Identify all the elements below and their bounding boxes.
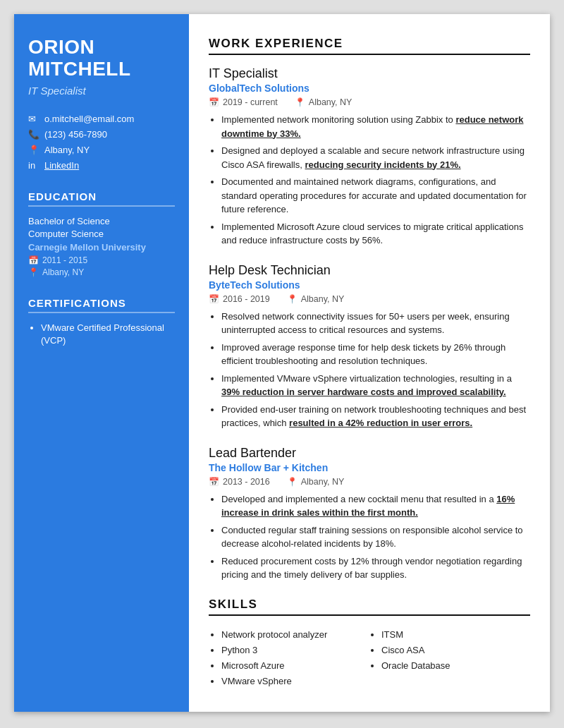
resume-container: ORION MITCHELL IT Specialist ✉ o.mitchel… xyxy=(14,14,550,712)
calendar-icon: 📅 xyxy=(209,97,219,107)
job-meta-1: 📅 2016 - 2019 📍 Albany, NY xyxy=(209,294,530,304)
job-dates-1: 📅 2016 - 2019 xyxy=(209,294,270,304)
job-company-1: ByteTech Solutions xyxy=(209,279,530,291)
skill-item-1: Python 3 xyxy=(221,643,370,658)
contact-linkedin[interactable]: in LinkedIn xyxy=(28,160,175,171)
job-2: Lead BartenderThe Hollow Bar + Kitchen 📅… xyxy=(209,446,530,582)
highlight: reducing security incidents by 21%. xyxy=(305,159,461,170)
location-icon: 📍 xyxy=(295,97,305,107)
skill-item-0: Network protocol analyzer xyxy=(221,627,370,643)
skill-item-6: Oracle Database xyxy=(381,658,530,674)
education-title: EDUCATION xyxy=(28,190,175,207)
calendar-icon: 📅 xyxy=(28,255,39,265)
bullet-2-0: Developed and implemented a new cocktail… xyxy=(221,492,530,520)
education-section: EDUCATION Bachelor of Science Computer S… xyxy=(28,190,175,277)
skills-title: SKILLS xyxy=(209,597,530,616)
job-location-0: 📍 Albany, NY xyxy=(295,97,352,107)
calendar-icon: 📅 xyxy=(209,294,219,304)
bullet-0-2: Documented and maintained network diagra… xyxy=(221,175,530,217)
job-title-0: IT Specialist xyxy=(209,66,530,81)
job-title-2: Lead Bartender xyxy=(209,446,530,461)
candidate-title: IT Specialist xyxy=(28,85,175,97)
linkedin-icon: in xyxy=(28,160,39,171)
bullet-1-2: Implemented VMware vSphere virtualizatio… xyxy=(221,372,530,399)
calendar-icon: 📅 xyxy=(209,477,219,487)
job-meta-0: 📅 2019 - current 📍 Albany, NY xyxy=(209,97,530,107)
skills-list: Network protocol analyzerPython 3Microso… xyxy=(209,627,530,689)
certifications-title: CERTIFICATIONS xyxy=(28,297,175,313)
job-company-2: The Hollow Bar + Kitchen xyxy=(209,462,530,473)
name-line1: ORION xyxy=(28,36,94,58)
highlight: 39% reduction in server hardware costs a… xyxy=(221,387,506,397)
name-line2: MITCHELL xyxy=(28,58,131,80)
bullet-1-3: Provided end-user training on network tr… xyxy=(221,403,530,430)
phone-icon: 📞 xyxy=(28,129,39,140)
skill-item-5: Cisco ASA xyxy=(381,643,530,658)
job-bullets-2: Developed and implemented a new cocktail… xyxy=(209,492,530,582)
job-dates-2: 📅 2013 - 2016 xyxy=(209,477,270,487)
bullet-1-0: Resolved network connectivity issues for… xyxy=(221,310,530,337)
candidate-name: ORION MITCHELL xyxy=(28,37,175,80)
job-dates-0: 📅 2019 - current xyxy=(209,97,278,107)
bullet-0-3: Implemented Microsoft Azure cloud servic… xyxy=(221,220,530,248)
bullet-2-2: Reduced procurement costs by 12% through… xyxy=(221,554,530,582)
highlight: resulted in a 42% reduction in user erro… xyxy=(289,418,472,428)
bullet-0-0: Implemented network monitoring solution … xyxy=(221,113,530,140)
sidebar: ORION MITCHELL IT Specialist ✉ o.mitchel… xyxy=(14,14,189,712)
email-icon: ✉ xyxy=(28,114,39,124)
job-0: IT SpecialistGlobalTech Solutions 📅 2019… xyxy=(209,66,530,248)
location-icon: 📍 xyxy=(287,477,298,487)
skills-section: SKILLS Network protocol analyzerPython 3… xyxy=(209,597,530,689)
cert-list: VMware Certified Professional (VCP) xyxy=(28,322,175,347)
edu-school: Carnegie Mellon University xyxy=(28,242,175,253)
bullet-2-1: Conducted regular staff training session… xyxy=(221,523,530,551)
edu-degree: Bachelor of Science Computer Science xyxy=(28,215,175,241)
job-1: Help Desk TechnicianByteTech Solutions 📅… xyxy=(209,263,530,430)
bullet-0-1: Designed and deployed a scalable and sec… xyxy=(221,144,530,171)
contact-list: ✉ o.mitchell@email.com 📞 (123) 456-7890 … xyxy=(28,114,175,171)
skill-item-2: Microsoft Azure xyxy=(221,658,370,674)
contact-location: 📍 Albany, NY xyxy=(28,145,175,155)
job-company-0: GlobalTech Solutions xyxy=(209,83,530,94)
location-icon: 📍 xyxy=(28,145,39,155)
certifications-section: CERTIFICATIONS VMware Certified Professi… xyxy=(28,297,175,347)
job-meta-2: 📅 2013 - 2016 📍 Albany, NY xyxy=(209,477,530,487)
edu-location: 📍 Albany, NY xyxy=(28,267,175,277)
skill-item-4: ITSM xyxy=(381,627,530,643)
job-bullets-0: Implemented network monitoring solution … xyxy=(209,113,530,248)
main-content: WORK EXPERIENCE IT SpecialistGlobalTech … xyxy=(189,14,550,712)
highlight: reduce network downtime by 33%. xyxy=(221,114,524,139)
job-location-2: 📍 Albany, NY xyxy=(287,477,345,487)
edu-location-icon: 📍 xyxy=(28,267,39,277)
contact-email: ✉ o.mitchell@email.com xyxy=(28,114,175,124)
location-icon: 📍 xyxy=(287,294,298,304)
highlight: 16% increase in drink sales within the f… xyxy=(221,494,515,518)
job-title-1: Help Desk Technician xyxy=(209,263,530,278)
cert-item: VMware Certified Professional (VCP) xyxy=(41,322,175,347)
jobs-container: IT SpecialistGlobalTech Solutions 📅 2019… xyxy=(209,66,530,582)
job-bullets-1: Resolved network connectivity issues for… xyxy=(209,310,530,430)
bullet-1-1: Improved average response time for help … xyxy=(221,341,530,368)
job-location-1: 📍 Albany, NY xyxy=(287,294,345,304)
work-experience-title: WORK EXPERIENCE xyxy=(209,37,530,55)
contact-phone: 📞 (123) 456-7890 xyxy=(28,129,175,140)
skill-item-3: VMware vSphere xyxy=(221,674,370,689)
edu-dates: 📅 2011 - 2015 xyxy=(28,255,175,265)
